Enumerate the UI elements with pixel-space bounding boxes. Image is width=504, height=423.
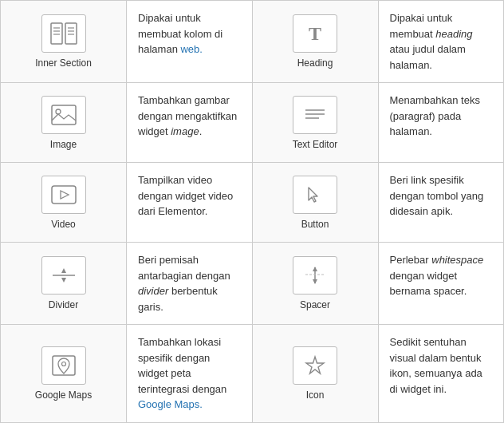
icon-label: Icon bbox=[306, 389, 325, 401]
svg-marker-17 bbox=[61, 268, 66, 273]
spacer-icon bbox=[293, 256, 337, 295]
video-desc: Tampilkan video dengan widget video dari… bbox=[127, 163, 253, 243]
text-editor-icon bbox=[293, 96, 337, 134]
svg-rect-14 bbox=[52, 186, 76, 204]
image-desc: Tambahkan gambar dengan mengaktifkan wid… bbox=[127, 83, 253, 163]
svg-rect-9 bbox=[52, 105, 76, 125]
image-label: Image bbox=[50, 139, 77, 150]
svg-rect-0 bbox=[51, 23, 62, 44]
svg-point-10 bbox=[56, 109, 61, 114]
widget-text-editor[interactable]: Text Editor bbox=[253, 83, 379, 163]
inner-section-label: Inner Section bbox=[35, 57, 92, 69]
widget-google-maps[interactable]: Google Maps bbox=[1, 325, 127, 423]
svg-marker-20 bbox=[313, 267, 317, 271]
inner-section-desc: Dipakai untuk membuat kolom di halaman w… bbox=[127, 1, 253, 83]
svg-marker-21 bbox=[313, 279, 317, 284]
button-label: Button bbox=[301, 219, 329, 230]
heading-desc: Dipakai untuk membuat heading atau judul… bbox=[379, 1, 505, 83]
heading-icon: T bbox=[293, 14, 337, 53]
text-editor-label: Text Editor bbox=[293, 139, 338, 150]
google-maps-desc: Tambahkan lokasi spesifik dengan widget … bbox=[127, 325, 253, 423]
spacer-label: Spacer bbox=[300, 299, 330, 310]
widget-video[interactable]: Video bbox=[1, 163, 127, 243]
text-editor-desc: Menambahkan teks (paragraf) pada halaman… bbox=[379, 83, 505, 163]
widget-heading[interactable]: T Heading bbox=[253, 1, 379, 83]
video-label: Video bbox=[51, 219, 75, 230]
widget-button[interactable]: Button bbox=[253, 163, 379, 243]
divider-label: Divider bbox=[49, 299, 78, 310]
widget-grid: Inner Section Dipakai untuk membuat kolo… bbox=[0, 0, 504, 423]
video-icon bbox=[41, 176, 86, 214]
icon-icon bbox=[293, 346, 337, 385]
google-maps-label: Google Maps bbox=[35, 389, 92, 401]
button-desc: Beri link spesifik dengan tombol yang di… bbox=[379, 163, 505, 243]
widget-icon[interactable]: Icon bbox=[253, 325, 379, 423]
svg-text:T: T bbox=[309, 23, 321, 44]
widget-inner-section[interactable]: Inner Section bbox=[1, 1, 127, 83]
widget-spacer[interactable]: Spacer bbox=[253, 243, 379, 325]
google-maps-icon bbox=[41, 346, 86, 385]
svg-marker-18 bbox=[61, 278, 66, 283]
divider-desc: Beri pemisah antarbagian dengan divider … bbox=[127, 243, 253, 325]
widget-divider[interactable]: Divider bbox=[1, 243, 127, 325]
divider-icon bbox=[41, 256, 86, 295]
svg-point-24 bbox=[61, 362, 65, 366]
inner-section-icon bbox=[41, 14, 86, 53]
spacer-desc: Perlebar whitespace dengan widget bernam… bbox=[379, 243, 505, 325]
icon-desc: Sedikit sentuhan visual dalam bentuk iko… bbox=[379, 325, 505, 423]
button-icon bbox=[293, 176, 337, 214]
svg-rect-1 bbox=[65, 23, 77, 44]
svg-marker-15 bbox=[61, 191, 69, 199]
heading-label: Heading bbox=[297, 57, 333, 69]
image-icon bbox=[41, 96, 86, 134]
svg-marker-25 bbox=[306, 357, 324, 374]
widget-image[interactable]: Image bbox=[1, 83, 127, 163]
